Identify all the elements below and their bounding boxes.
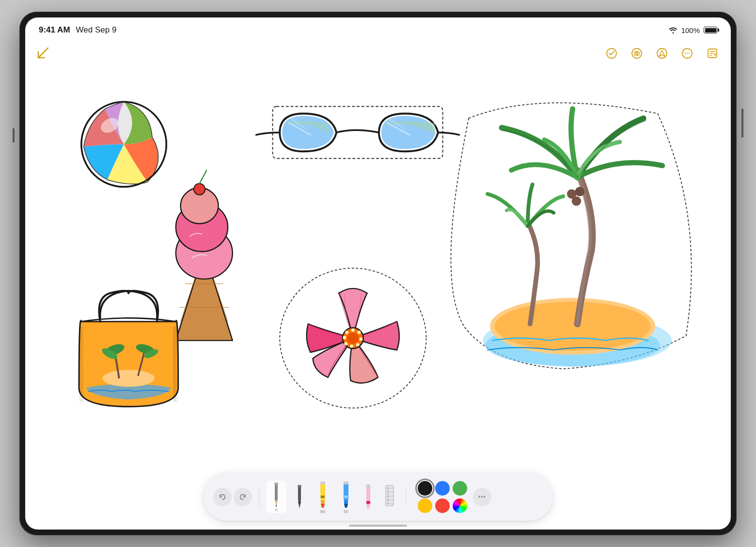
ipad-frame: 9:41 AM Wed Sep 9 100% xyxy=(19,12,737,535)
svg-line-0 xyxy=(38,48,48,58)
sunglasses-drawing xyxy=(256,107,459,159)
svg-point-11 xyxy=(689,53,690,54)
svg-point-52 xyxy=(345,331,348,334)
drawing-canvas[interactable] xyxy=(25,43,731,530)
ice-cream-drawing xyxy=(176,170,233,340)
undo-button[interactable] xyxy=(213,488,232,506)
divider-2 xyxy=(406,487,406,507)
location-icon xyxy=(656,48,668,59)
collapse-icon xyxy=(37,47,49,59)
redo-button[interactable] xyxy=(234,488,252,506)
status-date: Wed Sep 9 xyxy=(76,25,117,35)
undo-redo-section xyxy=(213,488,252,506)
status-right: 100% xyxy=(669,26,717,34)
ellipsis-button[interactable] xyxy=(680,47,694,60)
svg-point-59 xyxy=(572,196,581,206)
color-blue[interactable] xyxy=(435,481,450,496)
color-green[interactable] xyxy=(453,481,467,496)
svg-point-44 xyxy=(347,333,359,344)
color-yellow[interactable] xyxy=(418,499,432,513)
svg-marker-69 xyxy=(321,504,325,508)
yellow-marker-label: 80 xyxy=(320,509,325,514)
svg-point-58 xyxy=(575,187,584,196)
svg-point-45 xyxy=(351,328,355,332)
svg-point-51 xyxy=(343,336,346,339)
color-picker xyxy=(418,481,467,513)
ellipsis-icon xyxy=(681,48,693,59)
ipad-screen: 9:41 AM Wed Sep 9 100% xyxy=(25,17,731,530)
home-indicator xyxy=(349,525,407,527)
svg-point-2 xyxy=(632,48,642,58)
blue-marker-label: 50 xyxy=(344,509,348,514)
beach-ball-drawing xyxy=(81,102,166,187)
svg-point-6 xyxy=(657,48,667,58)
check-icon xyxy=(606,48,617,59)
yellow-marker-icon: 80 xyxy=(318,480,328,509)
svg-rect-5 xyxy=(636,51,638,52)
svg-point-33 xyxy=(103,370,155,387)
pencil-tool[interactable]: A xyxy=(266,481,286,513)
volume-button xyxy=(13,128,15,143)
ruler-icon xyxy=(384,483,395,510)
camera-button[interactable] xyxy=(630,47,644,60)
more-options-button[interactable]: ••• xyxy=(473,488,491,506)
pencil-label: A xyxy=(275,507,278,512)
svg-point-9 xyxy=(685,53,686,54)
battery-fill xyxy=(705,28,716,32)
divider-1 xyxy=(259,487,259,507)
edit-icon xyxy=(707,48,718,59)
svg-rect-73 xyxy=(344,500,348,504)
svg-rect-72 xyxy=(344,482,348,484)
color-red[interactable] xyxy=(435,499,450,513)
svg-rect-64 xyxy=(298,486,301,501)
svg-point-48 xyxy=(356,343,360,346)
svg-marker-7 xyxy=(659,50,665,56)
palm-island-drawing xyxy=(451,103,691,369)
svg-point-50 xyxy=(344,342,347,346)
svg-rect-65 xyxy=(298,485,301,487)
pen-tool[interactable] xyxy=(289,483,310,511)
blue-marker-icon: 50 xyxy=(341,480,351,509)
ruler-tool[interactable] xyxy=(380,483,399,512)
check-button[interactable] xyxy=(605,47,618,60)
svg-rect-77 xyxy=(366,484,370,487)
hibiscus-drawing xyxy=(280,268,426,408)
eraser-tool[interactable] xyxy=(359,482,378,512)
svg-point-49 xyxy=(350,344,353,348)
svg-point-46 xyxy=(358,331,361,334)
battery-percentage: 100% xyxy=(681,26,700,34)
status-left: 9:41 AM Wed Sep 9 xyxy=(39,25,116,35)
color-rainbow[interactable] xyxy=(453,499,467,513)
collapse-button[interactable] xyxy=(37,47,49,62)
svg-marker-74 xyxy=(344,504,348,508)
svg-rect-60 xyxy=(275,483,278,501)
bottom-toolbar: A 80 80 xyxy=(204,473,552,521)
svg-rect-67 xyxy=(320,482,325,484)
pencil-icon xyxy=(271,482,281,507)
svg-marker-79 xyxy=(366,504,370,509)
yellow-marker-tool[interactable]: 80 80 xyxy=(313,479,333,515)
svg-point-56 xyxy=(495,302,651,351)
svg-point-4 xyxy=(636,53,638,55)
svg-point-47 xyxy=(359,338,362,341)
pen-icon xyxy=(295,484,304,509)
color-black[interactable] xyxy=(418,481,432,496)
battery-icon xyxy=(704,27,717,33)
location-button[interactable] xyxy=(655,47,669,60)
svg-rect-68 xyxy=(321,500,325,504)
svg-point-27 xyxy=(194,183,205,194)
blue-marker-tool[interactable]: 50 50 xyxy=(336,479,356,515)
beach-bag-drawing xyxy=(79,291,178,407)
camera-icon xyxy=(631,48,643,59)
edit-button[interactable] xyxy=(706,47,719,60)
svg-text:50: 50 xyxy=(344,495,348,499)
toolbar-topleft xyxy=(37,47,49,62)
more-icon: ••• xyxy=(478,494,486,500)
toolbar-topright xyxy=(605,47,719,60)
side-button xyxy=(741,109,743,138)
status-bar: 9:41 AM Wed Sep 9 100% xyxy=(25,17,731,43)
svg-rect-63 xyxy=(274,483,278,485)
status-time: 9:41 AM xyxy=(39,25,70,35)
wifi-icon xyxy=(669,27,677,33)
svg-text:80: 80 xyxy=(321,495,325,499)
